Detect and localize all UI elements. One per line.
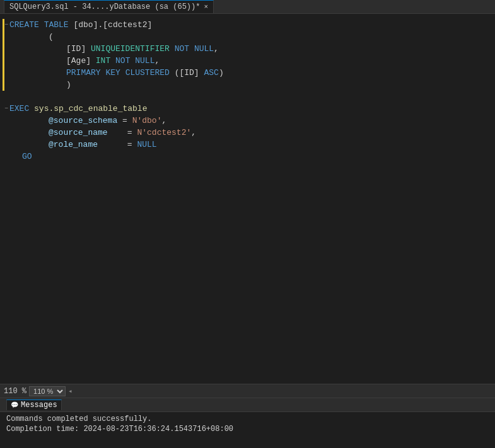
table-row: − CREATE TABLE [dbo].[cdctest2]: [3, 19, 495, 31]
collapse-icon2[interactable]: −: [4, 103, 8, 115]
keyword-key: KEY: [105, 67, 120, 79]
title-bar: SQLQuery3.sql - 34....yDatabase (sa (65)…: [0, 0, 495, 14]
keyword-asc: ASC: [204, 67, 218, 79]
table-row: @role_name = NULL: [3, 139, 495, 151]
tab-close-button[interactable]: ×: [204, 3, 208, 11]
keyword-null: NULL: [194, 43, 214, 55]
open-paren: (: [49, 31, 54, 43]
col-id: [ID]: [66, 43, 91, 55]
line-indicator: [3, 43, 4, 55]
table-row: @source_name = N'cdctest2' ,: [3, 127, 495, 139]
type-int: INT: [96, 55, 110, 67]
param-role-name: @role_name: [49, 139, 117, 151]
messages-tab-label: Messages: [21, 401, 57, 410]
editor-container: − CREATE TABLE [dbo].[cdctest2] ( [ID] U…: [0, 14, 495, 384]
editor-tab[interactable]: SQLQuery3.sql - 34....yDatabase (sa (65)…: [4, 0, 214, 13]
param-source-name: @source_name: [49, 127, 117, 139]
messages-panel: 💬 Messages Commands completed successful…: [0, 398, 495, 448]
table-row: GO: [3, 151, 495, 163]
zoom-dropdown[interactable]: 110 % 100 % 90 %: [29, 386, 66, 396]
close-paren: ): [66, 79, 71, 91]
keyword-clustered: CLUSTERED: [125, 67, 170, 79]
zoom-value: 110 %: [4, 387, 26, 396]
keyword-not2: NOT: [115, 55, 130, 67]
table-row: [ID] UNIQUEIDENTIFIER NOT NULL ,: [3, 43, 495, 55]
table-row: ): [3, 79, 495, 91]
line-indicator: [3, 31, 4, 43]
keyword-not: NOT: [175, 43, 189, 55]
value-dbo: N'dbo': [132, 115, 162, 127]
line-indicator: [3, 79, 4, 91]
scroll-left-arrow[interactable]: ◂: [68, 387, 73, 395]
table-name: [dbo].[cdctest2]: [73, 19, 152, 31]
table-row: PRIMARY KEY CLUSTERED ([ID] ASC ): [3, 67, 495, 79]
proc-name: sys.sp_cdc_enable_table: [34, 103, 147, 115]
message-line1: Commands completed successfully.: [6, 415, 489, 423]
keyword-exec: EXEC: [9, 103, 29, 115]
value-null: NULL: [137, 139, 156, 151]
type-uniqueidentifier: UNIQUEIDENTIFIER: [91, 43, 170, 55]
zoom-bar: 110 % 110 % 100 % 90 % ◂: [0, 384, 495, 398]
table-row: (: [3, 31, 495, 43]
messages-tab-active[interactable]: 💬 Messages: [6, 399, 62, 410]
keyword-primary: PRIMARY: [66, 67, 101, 79]
messages-icon: 💬: [11, 401, 18, 409]
keyword-table: TABLE: [44, 19, 69, 31]
table-row: − EXEC sys.sp_cdc_enable_table: [3, 103, 495, 115]
messages-content: Commands completed successfully. Complet…: [0, 412, 495, 436]
value-cdctest2: N'cdctest2': [137, 127, 191, 139]
line-indicator: [3, 67, 4, 79]
keyword-create: CREATE: [9, 19, 39, 31]
param-source-schema: @source_schema: [49, 115, 117, 127]
line-indicator: [3, 55, 4, 67]
table-row: [3, 91, 495, 103]
keyword-go: GO: [22, 151, 32, 163]
table-row: [Age] INT NOT NULL ,: [3, 55, 495, 67]
collapse-icon[interactable]: −: [4, 19, 8, 31]
table-row: @source_schema = N'dbo' ,: [3, 115, 495, 127]
code-editor[interactable]: − CREATE TABLE [dbo].[cdctest2] ( [ID] U…: [0, 14, 495, 384]
keyword-null2: NULL: [135, 55, 154, 67]
message-line2: Completion time: 2024-08-23T16:36:24.154…: [6, 425, 489, 434]
messages-tab-bar: 💬 Messages: [0, 398, 495, 412]
col-age: [Age]: [66, 55, 96, 67]
tab-title: SQLQuery3.sql - 34....yDatabase (sa (65)…: [9, 3, 200, 11]
